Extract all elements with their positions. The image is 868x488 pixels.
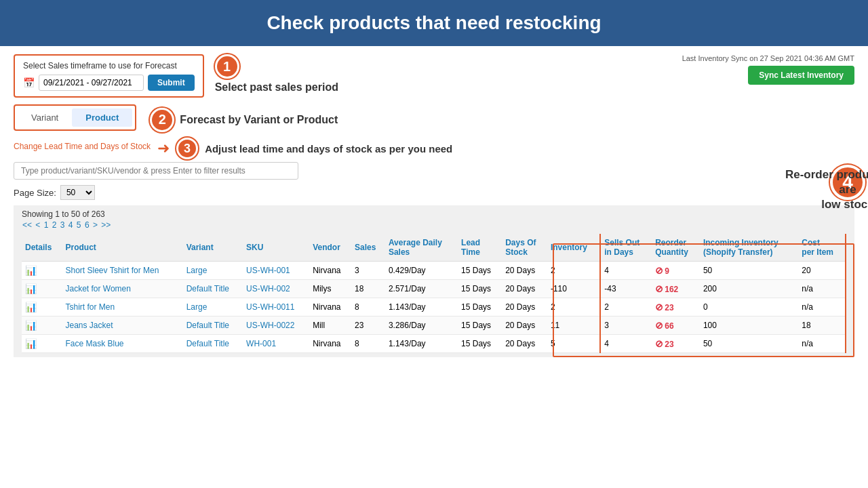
cell-avg-daily: 0.429/Day bbox=[385, 262, 458, 280]
filter-input[interactable] bbox=[14, 162, 298, 180]
cell-sku: US-WH-0011 bbox=[243, 298, 309, 317]
col-reorder-qty: ReorderQuantity bbox=[652, 234, 700, 262]
date-input-row: 📅 Submit bbox=[23, 75, 195, 91]
chart-icon[interactable]: 📊 bbox=[25, 302, 37, 312]
col-incoming: Incoming Inventory(Shopify Transfer) bbox=[700, 234, 798, 262]
forecast-box: Select Sales timeframe to use for Foreca… bbox=[14, 54, 204, 98]
col-product: Product bbox=[62, 234, 182, 262]
cell-reorder-qty: ⊘23 bbox=[652, 298, 700, 317]
cell-sales: 8 bbox=[351, 298, 385, 317]
cell-details: 📊 bbox=[22, 262, 62, 280]
col-vendor: Vendor bbox=[309, 234, 351, 262]
page-1[interactable]: 1 bbox=[44, 220, 49, 230]
page-prev[interactable]: < bbox=[35, 220, 40, 230]
col-cost: Costper Item bbox=[798, 234, 846, 262]
product-link[interactable]: Tshirt for Men bbox=[65, 302, 115, 312]
cell-lead-time: 15 Days bbox=[458, 317, 502, 335]
cell-variant: Default Title bbox=[183, 317, 243, 335]
page-header: Check products that need restocking bbox=[0, 0, 868, 46]
col-inventory: Inventory bbox=[547, 234, 600, 262]
annotation-text-3: Adjust lead time and days of stock as pe… bbox=[205, 143, 452, 155]
lead-time-link[interactable]: Change Lead Time and Days of Stock bbox=[14, 142, 151, 151]
cell-days-stock: 20 Days bbox=[502, 262, 547, 280]
page-2[interactable]: 2 bbox=[52, 220, 57, 230]
table-row: 📊Short Sleev Tshirt for MenLargeUS-WH-00… bbox=[22, 262, 846, 280]
cell-details: 📊 bbox=[22, 280, 62, 298]
cell-lead-time: 15 Days bbox=[458, 262, 502, 280]
product-link[interactable]: Jacket for Women bbox=[65, 284, 130, 293]
submit-button[interactable]: Submit bbox=[148, 75, 195, 91]
page-last[interactable]: >> bbox=[101, 220, 111, 230]
sku-link[interactable]: US-WH-002 bbox=[246, 284, 290, 293]
col-sku: SKU bbox=[243, 234, 309, 262]
col-sells-out: Sells Outin Days bbox=[600, 234, 652, 262]
cell-product: Jeans Jacket bbox=[62, 317, 182, 335]
sku-link[interactable]: US-WH-0022 bbox=[246, 321, 294, 330]
cell-days-stock: 20 Days bbox=[502, 280, 547, 298]
data-table: Details Product Variant SKU Vendor Sales… bbox=[22, 234, 846, 353]
cell-incoming: 50 bbox=[700, 262, 798, 280]
cell-inventory: 2 bbox=[547, 262, 600, 280]
page-5[interactable]: 5 bbox=[77, 220, 81, 230]
cell-sales: 18 bbox=[351, 280, 385, 298]
tab-variant[interactable]: Variant bbox=[18, 108, 72, 127]
annotation-bubble-2: 2 bbox=[150, 108, 174, 132]
col-sales: Sales bbox=[351, 234, 385, 262]
cell-inventory: 5 bbox=[547, 335, 600, 353]
chart-icon[interactable]: 📊 bbox=[25, 265, 37, 276]
variant-text: Default Title bbox=[186, 284, 229, 293]
cell-vendor: Nirvana bbox=[309, 262, 351, 280]
error-icon: ⊘ bbox=[655, 320, 663, 331]
error-icon: ⊘ bbox=[655, 283, 663, 294]
cell-details: 📊 bbox=[22, 335, 62, 353]
variant-text: Large bbox=[186, 302, 208, 312]
sku-link[interactable]: US-WH-001 bbox=[246, 266, 290, 275]
cell-sales: 8 bbox=[351, 335, 385, 353]
cell-inventory: 2 bbox=[547, 298, 600, 317]
annotation-text-4: Re-order products that are low stock bbox=[780, 167, 868, 212]
cell-vendor: Mill bbox=[309, 317, 351, 335]
table-wrapper: Showing 1 to 50 of 263 << < 1 2 3 4 5 6 … bbox=[14, 205, 854, 357]
annotation-2-group: 2 Forecast by Variant or Product bbox=[150, 108, 338, 132]
col-lead-time: LeadTime bbox=[458, 234, 502, 262]
cell-days-stock: 20 Days bbox=[502, 335, 547, 353]
product-link[interactable]: Face Mask Blue bbox=[65, 339, 123, 348]
cell-incoming: 200 bbox=[700, 280, 798, 298]
variant-product-tabs: Variant Product bbox=[14, 104, 136, 131]
main-content: Select Sales timeframe to use for Foreca… bbox=[0, 46, 868, 365]
cell-variant: Default Title bbox=[183, 280, 243, 298]
cell-inventory: -110 bbox=[547, 280, 600, 298]
cell-days-stock: 20 Days bbox=[502, 298, 547, 317]
date-range-input[interactable] bbox=[39, 75, 144, 91]
tab-product[interactable]: Product bbox=[72, 108, 132, 127]
annotation-bubble-1: 1 bbox=[215, 54, 239, 79]
cell-sells-out: -43 bbox=[600, 280, 652, 298]
page-size-select[interactable]: 50 25 100 bbox=[60, 185, 95, 200]
page-4[interactable]: 4 bbox=[68, 220, 73, 230]
sku-link[interactable]: WH-001 bbox=[246, 339, 276, 348]
cell-lead-time: 15 Days bbox=[458, 298, 502, 317]
cell-sells-out: 2 bbox=[600, 298, 652, 317]
cell-details: 📊 bbox=[22, 317, 62, 335]
page-6[interactable]: 6 bbox=[85, 220, 90, 230]
chart-icon[interactable]: 📊 bbox=[25, 320, 37, 331]
cell-avg-daily: 3.286/Day bbox=[385, 317, 458, 335]
sync-section: Last Inventory Sync on 27 Sep 2021 04:36… bbox=[682, 54, 854, 85]
chart-icon[interactable]: 📊 bbox=[25, 338, 37, 349]
sync-button[interactable]: Sync Latest Inventory bbox=[748, 66, 854, 85]
cell-reorder-qty: ⊘9 bbox=[652, 262, 700, 280]
page-3[interactable]: 3 bbox=[60, 220, 65, 230]
page-next[interactable]: > bbox=[93, 220, 98, 230]
cell-sku: WH-001 bbox=[243, 335, 309, 353]
product-link[interactable]: Short Sleev Tshirt for Men bbox=[65, 266, 159, 275]
product-link[interactable]: Jeans Jacket bbox=[65, 321, 113, 330]
page-first[interactable]: << bbox=[22, 220, 32, 230]
sku-link[interactable]: US-WH-0011 bbox=[246, 302, 294, 312]
col-details: Details bbox=[22, 234, 62, 262]
cell-days-stock: 20 Days bbox=[502, 317, 547, 335]
cell-vendor: Nirvana bbox=[309, 335, 351, 353]
variant-text: Default Title bbox=[186, 339, 229, 348]
page-size-label: Page Size: bbox=[14, 188, 56, 198]
cell-product: Tshirt for Men bbox=[62, 298, 182, 317]
chart-icon[interactable]: 📊 bbox=[25, 283, 37, 294]
